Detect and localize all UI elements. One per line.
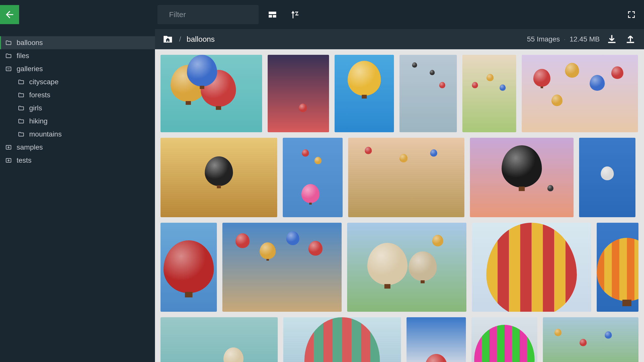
sidebar-item-label: files [17,52,29,60]
balloon-shape [601,166,614,180]
balloon-shape [590,75,605,91]
fullscreen-button[interactable] [624,7,639,22]
sidebar-item-label: samples [17,143,43,151]
download-button[interactable] [605,33,618,46]
balloon-shape [487,74,494,81]
view-mode-button[interactable] [264,6,281,23]
gallery-thumbnail[interactable] [462,55,516,132]
gallery-thumbnail[interactable] [283,138,343,217]
folder-icon [18,78,25,85]
balloon-basket [185,292,192,297]
gallery-thumbnail[interactable] [222,223,342,312]
balloon-basket [362,95,367,99]
sidebar-item-files[interactable]: files [0,49,155,62]
balloon-shape [472,82,478,88]
sidebar-item-girls[interactable]: girls [0,102,155,115]
filter-input[interactable] [169,10,265,19]
gallery-thumbnail[interactable] [160,223,217,312]
balloon-basket [421,280,425,283]
gallery-thumbnail[interactable] [335,55,394,132]
gallery-thumbnail[interactable] [543,317,638,362]
gallery-thumbnail[interactable] [160,55,262,132]
thumbnail-background [399,55,457,132]
balloon-shape [399,154,408,162]
sidebar: balloonsfilesgalleriescityscapeforestsgi… [0,29,155,362]
gallery-thumbnail[interactable] [597,223,638,312]
sidebar-item-label: galleries [17,65,43,73]
folder-home-icon [163,34,173,44]
gallery-thumbnail[interactable] [470,138,574,217]
sidebar-item-label: cityscape [29,78,59,86]
gallery-thumbnail[interactable] [160,138,277,217]
balloon-shape [430,149,437,157]
breadcrumb-bar: / balloons 55 Images · 12.45 MB [155,29,644,49]
sidebar-item-tests[interactable]: tests [0,154,155,167]
sidebar-item-galleries[interactable]: galleries [0,62,155,75]
balloon-basket [186,101,191,105]
thumbnail-background [543,317,638,362]
gallery-row [160,138,638,217]
sidebar-item-balloons[interactable]: balloons [0,36,155,49]
balloon-shape [565,63,579,78]
gallery-row [160,223,638,312]
gallery-thumbnail[interactable] [268,55,329,132]
sidebar-item-label: forests [29,91,50,99]
main: / balloons 55 Images · 12.45 MB [155,29,644,362]
sidebar-item-label: hiking [29,117,48,125]
sidebar-item-hiking[interactable]: hiking [0,115,155,128]
arrow-left-icon [4,9,15,20]
balloon-shape [348,61,381,96]
sidebar-item-cityscape[interactable]: cityscape [0,75,155,88]
gallery-thumbnail[interactable] [160,317,278,362]
topbar [0,0,644,29]
balloon-shape [554,329,561,336]
filter-search[interactable] [157,5,259,24]
balloon-shape [430,70,435,75]
folder-icon [5,52,12,59]
balloon-shape [605,331,612,339]
thumbnail-background [462,55,516,132]
sidebar-item-forests[interactable]: forests [0,88,155,102]
gallery-thumbnail[interactable] [347,223,466,312]
gallery-thumbnail[interactable] [283,317,401,362]
balloon-shape [439,82,445,88]
sort-az-icon [290,10,300,20]
gallery-thumbnail[interactable] [522,55,638,132]
balloon-shape [299,104,307,112]
balloon-basket [519,187,525,191]
gallery-row [160,55,638,132]
folder-plus-icon [5,144,12,151]
grid-view-icon [267,10,277,20]
sidebar-item-mountains[interactable]: mountains [0,128,155,141]
sort-button[interactable] [286,6,304,23]
back-button[interactable] [0,5,19,24]
gallery-thumbnail[interactable] [579,138,635,217]
folder-icon [18,105,25,112]
gallery-thumbnail[interactable] [472,223,591,312]
gallery-thumbnail[interactable] [399,55,457,132]
balloon-shape [500,84,506,91]
sidebar-item-label: tests [17,156,31,164]
sidebar-item-samples[interactable]: samples [0,141,155,154]
balloon-shape [533,69,550,87]
folder-icon [18,92,25,99]
folder-minus-icon [5,65,12,72]
balloon-shape [301,184,319,203]
gallery-thumbnail[interactable] [471,317,537,362]
thumbnail-background [160,317,278,362]
gallery-thumbnail[interactable] [348,138,464,217]
balloon-shape [314,157,321,164]
upload-icon [625,34,636,45]
sidebar-item-label: balloons [17,39,43,47]
gallery-thumbnail[interactable] [407,317,466,362]
thumbnail-background [283,138,343,217]
balloon-basket [216,106,221,110]
upload-button[interactable] [624,33,637,46]
balloon-shape [611,66,623,79]
balloon-basket [217,185,221,188]
breadcrumb-home[interactable] [162,33,174,45]
folder-icon [5,39,12,46]
folder-icon [18,131,25,138]
gallery [155,49,644,362]
balloon-shape [412,62,417,68]
